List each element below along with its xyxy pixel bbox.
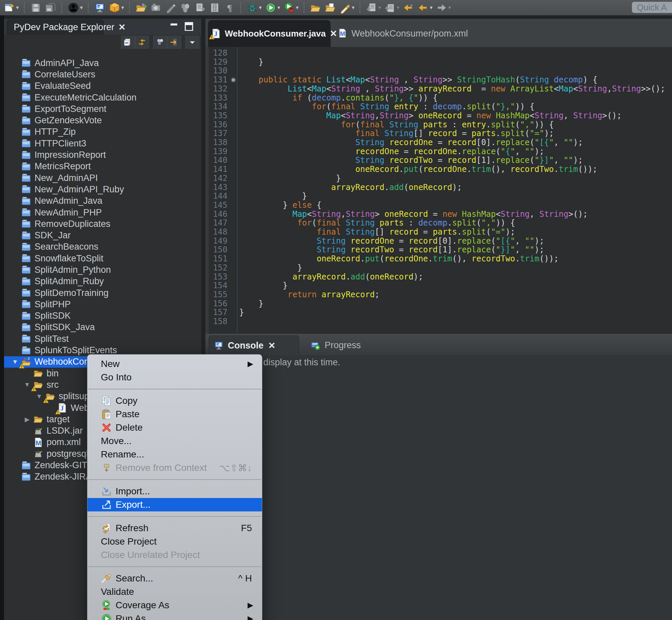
new-java-project-button[interactable]: ▾ [109, 1, 124, 14]
maximize-icon[interactable] [184, 22, 194, 31]
tree-item-label: SplitSDK_Java [35, 322, 95, 332]
menu-item-paste[interactable]: Paste [88, 408, 262, 421]
code-text: List<Map<String , String>> arrayRecord =… [239, 85, 665, 94]
open-console-button[interactable] [94, 1, 106, 14]
tree-item-removeduplicates[interactable]: RemoveDuplicates [4, 218, 201, 229]
tree-item-new-adminapi-ruby[interactable]: New_AdminAPI_Ruby [4, 184, 201, 195]
new-wizard-button[interactable]: ▾ [4, 1, 19, 14]
code-text: } [239, 281, 288, 290]
tree-item-splitadmin-python[interactable]: SplitAdmin_Python [4, 264, 201, 275]
code-text: arrayRecord.add(oneRecord); [239, 272, 423, 281]
tab-pydev-package-explorer[interactable]: PyDev Package Explorer ✕ [7, 19, 104, 35]
view-menu-button[interactable] [185, 36, 199, 49]
tree-item-sdk-jar[interactable]: SDK_Jar [4, 229, 201, 241]
line-number: 142 [205, 174, 232, 183]
minimize-icon[interactable] [169, 22, 179, 31]
open-resource-button[interactable] [325, 1, 336, 14]
copy-icon [101, 395, 116, 407]
tree-item-newadmin-php[interactable]: NewAdmin_PHP [4, 207, 201, 218]
java-file-icon: J [211, 28, 221, 39]
tree-item-newadmin-java[interactable]: NewAdmin_Java [4, 195, 201, 207]
filter-packages-button[interactable] [153, 36, 167, 49]
focus-edit-button[interactable] [167, 36, 181, 49]
code-line-132: 132 List<Map<String , String>> arrayReco… [205, 85, 672, 94]
link-editor-button[interactable] [135, 36, 149, 49]
close-console-icon[interactable]: ✕ [268, 341, 276, 351]
marker-button[interactable]: ▾ [339, 1, 354, 14]
tree-item-httpclient3[interactable]: HTTPClient3 [4, 138, 201, 149]
code-line-148: 148 final String[] record = parts.split(… [205, 227, 672, 237]
tree-item-adminapi-java[interactable]: AdminAPI_Java [4, 57, 201, 69]
project-icon [21, 253, 32, 264]
tree-item-snowflaketosplit[interactable]: SnowflakeToSplit [4, 253, 201, 264]
import-projects-button[interactable] [135, 1, 147, 14]
menu-item-coverage-as[interactable]: Coverage As▶ [88, 599, 262, 612]
expand-arrow-icon[interactable]: ▶ [21, 416, 33, 423]
menu-item-close-project[interactable]: Close Project [88, 535, 262, 548]
tree-item-executemetriccalculation[interactable]: ExecuteMetricCalculation [4, 92, 201, 103]
progress-tab-label: Progress [325, 340, 361, 351]
tree-item-impressionreport[interactable]: ImpressionReport [4, 149, 201, 160]
tree-item-splitphp[interactable]: SplitPHP [4, 299, 201, 310]
last-edit-button: ▾ [366, 1, 381, 14]
tree-item-splitdemotraining[interactable]: SplitDemoTraining [4, 287, 201, 299]
tree-item-label: GetZendeskVote [35, 115, 102, 126]
tab-pom-xml[interactable]: M WebhookConsumer/pom.xml [334, 20, 471, 47]
jar-icon [33, 426, 44, 436]
tree-item-correlateusers[interactable]: CorrelateUsers [4, 69, 201, 80]
tab-webhookconsumer-java[interactable]: J WebhookConsumer.java ✕ [208, 20, 331, 47]
code-text: String recordOne = record[0].replace("[{… [239, 237, 544, 246]
debug-button[interactable]: ▾ [246, 1, 262, 14]
tree-item-new-adminapi[interactable]: New_AdminAPI [4, 172, 201, 184]
collapse-all-button[interactable] [121, 36, 135, 49]
tab-progress[interactable]: Progress [306, 335, 366, 355]
line-number: 153 [205, 272, 232, 281]
code-editor[interactable]: 128129 }130131 public static List<Map<St… [205, 47, 672, 334]
menu-item-remove-from-context: Remove from Context⌥⇧⌘↓ [88, 461, 262, 474]
back-to-webhookconsumer-button[interactable] [403, 1, 414, 14]
menu-item-label: Delete [116, 422, 143, 433]
code-text: Map<String,String> oneRecord = new HashM… [239, 210, 587, 219]
close-view-icon[interactable]: ✕ [118, 22, 126, 33]
tree-item-splitsdk-java[interactable]: SplitSDK_Java [4, 322, 201, 333]
tree-item-searchbeacons[interactable]: SearchBeacons [4, 241, 201, 253]
menu-item-new[interactable]: New▶ [88, 357, 262, 371]
user-profile-button[interactable]: ▾ [68, 1, 83, 14]
tab-console[interactable]: Console ✕ [209, 335, 299, 355]
menu-item-run-as[interactable]: Run As▶ [88, 612, 262, 620]
tree-item-exporttosegment[interactable]: ExportToSegment [4, 103, 201, 115]
menu-item-label: Move... [101, 436, 132, 447]
menu-item-copy[interactable]: Copy [88, 394, 262, 408]
tree-item-splitadmin-ruby[interactable]: SplitAdmin_Ruby [4, 276, 201, 287]
line-number: 146 [205, 210, 232, 219]
run-button[interactable]: ▾ [265, 1, 280, 14]
menu-item-go-into[interactable]: Go Into [88, 371, 262, 384]
menu-item-label: Close Unrelated Project [101, 550, 200, 560]
profile-button[interactable]: ▾ [283, 1, 298, 14]
line-number: 145 [205, 201, 232, 210]
menu-item-refresh[interactable]: RefreshF5 [88, 521, 262, 535]
menu-item-move[interactable]: Move... [88, 434, 262, 448]
tree-item-metricsreport[interactable]: MetricsReport [4, 161, 201, 172]
breakpoint-marker-icon[interactable] [231, 78, 236, 83]
quick-access-box[interactable]: Quick A [632, 2, 672, 13]
link-editor-icon [137, 38, 147, 47]
tree-item-getzendeskvote[interactable]: GetZendeskVote [4, 115, 201, 126]
project-icon [21, 92, 32, 103]
menu-item-search[interactable]: Search...^ H [88, 572, 262, 585]
code-line-129: 129 } [205, 58, 672, 67]
previous-edit-button: ▾ [384, 1, 399, 14]
tree-item-splittest[interactable]: SplitTest [4, 333, 201, 345]
menu-item-import[interactable]: Import... [88, 484, 262, 498]
menu-item-export[interactable]: Export... [88, 498, 262, 511]
menu-item-rename[interactable]: Rename... [88, 448, 262, 461]
menu-item-validate[interactable]: Validate [88, 585, 262, 599]
console-panel: Console ✕ Progress No consoles to displa… [205, 334, 672, 620]
open-folder-button[interactable] [310, 1, 321, 14]
tree-item-http-zip[interactable]: HTTP_Zip [4, 126, 201, 138]
back-button[interactable]: ▾ [417, 1, 433, 14]
tree-item-evaluateseed[interactable]: EvaluateSeed [4, 81, 201, 92]
tree-item-label: ExecuteMetricCalculation [35, 93, 137, 103]
menu-item-delete[interactable]: Delete [88, 421, 262, 434]
tree-item-splitsdk[interactable]: SplitSDK [4, 310, 201, 322]
